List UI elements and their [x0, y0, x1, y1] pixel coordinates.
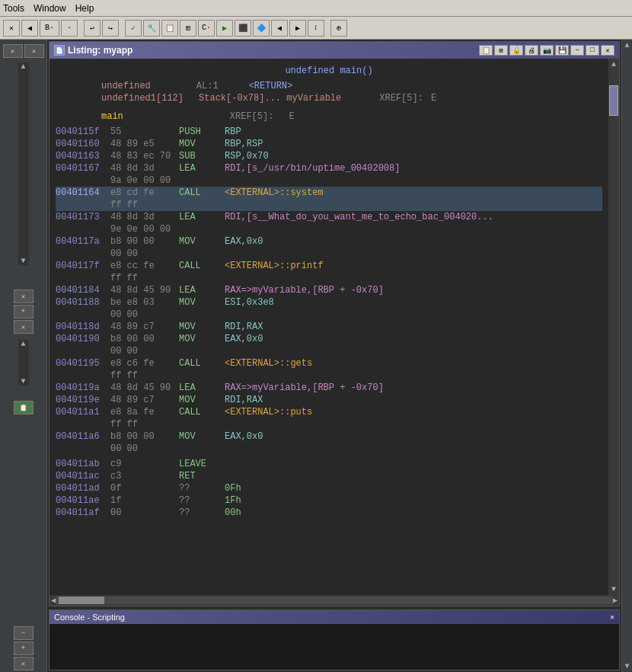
addr-17: 004011ab: [56, 458, 110, 470]
addr-2: 00401163: [56, 150, 110, 162]
bytes-16b: 00 00: [110, 443, 179, 455]
right-scroll-down[interactable]: ▼: [623, 661, 630, 672]
instr-14: 0040119e 48 89 c7 MOV RDI,RAX: [56, 394, 602, 406]
toolbar-btn-1[interactable]: ✕: [3, 20, 20, 37]
right-panel: ▲ ▼: [621, 40, 632, 672]
sidebar-tab-1[interactable]: ✕: [3, 44, 23, 58]
instr-8: 00401184 48 8d 45 90 LEA RAX=>myVariable…: [56, 284, 602, 296]
listing-scrollbar[interactable]: ▲ ▼: [608, 59, 619, 595]
addr-13: 0040119a: [56, 382, 110, 394]
sidebar-icon-5[interactable]: −: [14, 626, 34, 640]
scroll-down-arrow[interactable]: ▼: [21, 257, 25, 265]
instr-12: 00401195 e8 c6 fe CALL <EXTERNAL>::gets: [56, 357, 602, 370]
win-toolbar-btn-1[interactable]: 📋: [479, 45, 493, 56]
param1-detail: AL:1: [166, 80, 219, 92]
win-toolbar-btn-2[interactable]: ⊞: [494, 45, 508, 56]
mnem-2: SUB: [179, 150, 225, 162]
content-area: 📄 Listing: myapp 📋 ⊞ 🔒 🖨 📷 💾 − □ ✕: [47, 40, 621, 672]
vscroll-down[interactable]: ▼: [610, 584, 618, 595]
toolbar-btn-undo[interactable]: ↩: [84, 20, 101, 37]
mnem-8: LEA: [179, 284, 225, 296]
sidebar-icon-6[interactable]: +: [14, 642, 34, 655]
bytes-13: 48 8d 45 90: [110, 382, 179, 394]
instr-7b: ff ff: [56, 272, 602, 284]
bytes-19: 0f: [110, 482, 179, 494]
addr-1: 00401160: [56, 138, 110, 150]
op-6: EAX,0x0: [225, 235, 263, 248]
hscroll-right[interactable]: ▶: [613, 596, 618, 605]
mnem-13: LEA: [179, 382, 225, 394]
h-scroll-track: [56, 597, 613, 604]
sidebar-icon-2[interactable]: +: [14, 305, 34, 318]
sidebar-icon-1[interactable]: ✕: [14, 290, 34, 303]
addr-9: 00401188: [56, 296, 110, 309]
mnem-14: MOV: [179, 394, 225, 406]
scroll-down-2[interactable]: ▼: [21, 377, 25, 386]
mnem-11: MOV: [179, 333, 225, 345]
toolbar-btn-10[interactable]: 🔷: [253, 20, 270, 37]
menu-help[interactable]: Help: [75, 3, 94, 14]
win-toolbar-btn-4[interactable]: 🖨: [525, 45, 538, 56]
bytes-8: 48 8d 45 90: [110, 284, 179, 296]
scroll-up-2[interactable]: ▲: [21, 340, 25, 348]
mnem-5: LEA: [179, 211, 225, 223]
toolbar-btn-4[interactable]: ·: [61, 20, 78, 37]
bytes-4: e8 cd fe: [110, 187, 179, 199]
instr-4: 00401164 e8 cd fe CALL <EXTERNAL>::syste…: [56, 187, 602, 199]
addr-15: 004011a1: [56, 406, 110, 418]
mnem-7: CALL: [179, 260, 225, 272]
addr-4: 00401164: [56, 187, 110, 199]
sidebar-icon-3[interactable]: ✕: [14, 320, 34, 334]
toolbar-btn-run[interactable]: ▶: [216, 20, 233, 37]
win-toolbar-btn-5[interactable]: 📷: [540, 45, 554, 56]
h-scroll-thumb[interactable]: [59, 597, 104, 604]
toolbar-btn-5[interactable]: 🔧: [143, 20, 160, 37]
mnem-21: ??: [179, 507, 225, 519]
instr-3: 00401167 48 8d 3d LEA RDI,[s_/usr/bin/up…: [56, 162, 602, 174]
code-content[interactable]: undefined main() undefined AL:1 <RETURN>…: [49, 59, 608, 595]
op-7: <EXTERNAL>::printf: [225, 260, 324, 272]
toolbar-btn-7[interactable]: ⊞: [180, 20, 196, 37]
h-scrollbar[interactable]: ◀ ▶: [49, 595, 619, 606]
instr-1: 00401160 48 89 e5 MOV RBP,RSP: [56, 138, 602, 150]
bytes-20: 1f: [110, 494, 179, 507]
xref-val: E: [431, 92, 436, 104]
win-close[interactable]: ✕: [601, 45, 614, 56]
sidebar-tab-2[interactable]: ✕: [24, 44, 44, 58]
sidebar-icon-4[interactable]: 📋: [14, 401, 34, 414]
toolbar-btn-12[interactable]: ▶: [289, 20, 306, 37]
toolbar-btn-check[interactable]: ✓: [125, 20, 142, 37]
mnem-3: LEA: [179, 162, 225, 174]
menu-tools[interactable]: Tools: [3, 3, 24, 14]
toolbar-btn-9[interactable]: ⬛: [235, 20, 251, 37]
scroll-up-arrow[interactable]: ▲: [21, 62, 25, 71]
toolbar-btn-14[interactable]: ⊕: [330, 20, 347, 37]
sidebar-icon-7[interactable]: ✕: [14, 657, 34, 670]
toolbar-btn-6[interactable]: 📋: [161, 20, 178, 37]
bytes-10: 48 89 c7: [110, 321, 179, 333]
vscroll-up[interactable]: ▲: [610, 59, 618, 70]
win-maximize[interactable]: □: [586, 45, 599, 56]
instr-16b: 00 00: [56, 443, 602, 455]
vscroll-thumb[interactable]: [609, 85, 618, 116]
instr-5: 00401173 48 8d 3d LEA RDI,[s__What_do_yo…: [56, 211, 602, 223]
instr-3b: 9a 0e 00 00: [56, 174, 602, 187]
func-header-line: undefined main(): [56, 62, 602, 80]
console-close[interactable]: ✕: [610, 613, 614, 622]
win-minimize[interactable]: −: [570, 45, 584, 56]
toolbar-btn-8[interactable]: C·: [198, 20, 215, 37]
win-toolbar-btn-6[interactable]: 💾: [555, 45, 569, 56]
toolbar-btn-13[interactable]: ↕: [308, 20, 324, 37]
toolbar-btn-2[interactable]: ◀: [21, 20, 38, 37]
toolbar-btn-3[interactable]: B·: [40, 20, 59, 37]
win-toolbar-btn-3[interactable]: 🔒: [509, 45, 523, 56]
op-9: ESI,0x3e8: [225, 296, 274, 309]
right-scroll-up[interactable]: ▲: [623, 40, 630, 51]
bytes-5b: 9e 0e 00 00: [110, 223, 179, 235]
mnem-6: MOV: [179, 235, 225, 248]
param2-xref: XREF[5]:: [349, 92, 423, 104]
toolbar-btn-11[interactable]: ◀: [271, 20, 288, 37]
toolbar-btn-redo[interactable]: ↪: [102, 20, 119, 37]
menu-window[interactable]: Window: [34, 3, 66, 14]
console-body[interactable]: [49, 624, 619, 670]
